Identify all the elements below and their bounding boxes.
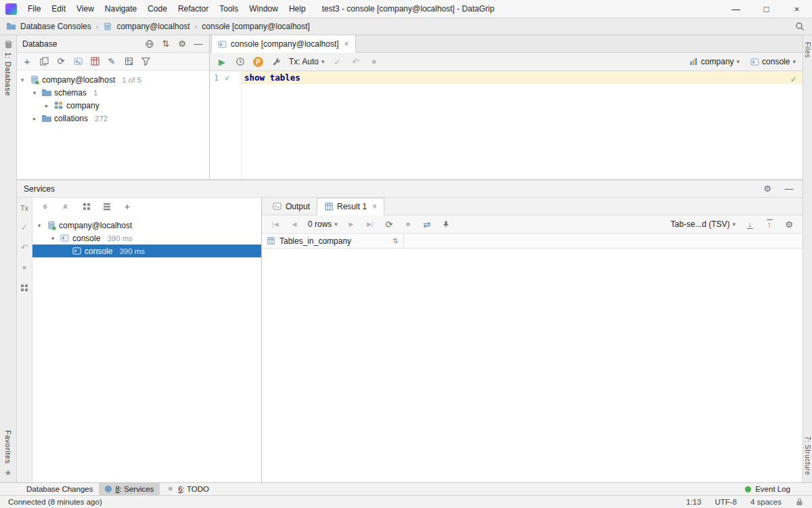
refresh-icon[interactable]: ⟳ xyxy=(55,56,66,67)
execution-history-icon[interactable] xyxy=(235,56,246,67)
breadcrumb-item-datasource[interactable]: company@localhost xyxy=(116,22,189,31)
column-header-tables-in-company[interactable]: Tables_in_company ⇅ xyxy=(262,234,404,248)
tab-output[interactable]: Output xyxy=(266,198,317,215)
tab-services[interactable]: 8: Services xyxy=(99,483,160,495)
console-selector[interactable]: console ▾ xyxy=(750,57,796,66)
layout-icon[interactable] xyxy=(19,282,30,293)
services-row-query-selected[interactable]: console 390 ms xyxy=(32,245,261,257)
editor-tab-console[interactable]: console [company@localhost] × xyxy=(211,35,356,53)
compare-icon[interactable]: ⇄ xyxy=(422,219,432,230)
sort-icon[interactable]: ⇅ xyxy=(393,237,399,245)
scroll-sync-icon[interactable]: ⇅ xyxy=(160,39,171,49)
lock-icon[interactable] xyxy=(795,498,804,507)
tool-button-favorites[interactable]: Favorites xyxy=(4,430,12,464)
tab-database-changes[interactable]: Database Changes xyxy=(20,483,99,495)
database-tool-icon[interactable] xyxy=(4,40,13,49)
menu-file[interactable]: File xyxy=(22,0,46,18)
services-icon xyxy=(105,486,112,492)
tx-toggle[interactable]: Tx xyxy=(20,204,28,212)
export-format-dropdown[interactable]: Tab-se...d (TSV) ▾ xyxy=(671,219,736,229)
services-row-console[interactable]: ▾ console 390 ms xyxy=(32,232,261,245)
hide-panel-icon[interactable]: — xyxy=(193,39,204,49)
expand-all-icon[interactable]: » xyxy=(41,201,51,212)
parameters-icon[interactable]: P xyxy=(253,57,263,67)
modify-icon[interactable]: ✎ xyxy=(106,56,117,67)
download-icon[interactable]: ↓ xyxy=(744,219,755,230)
close-button[interactable]: × xyxy=(782,0,812,18)
globe-icon[interactable] xyxy=(144,39,155,49)
maximize-button[interactable]: □ xyxy=(751,0,782,18)
star-icon[interactable]: ★ xyxy=(5,468,12,478)
table-editor-icon[interactable] xyxy=(89,56,100,67)
reload-query-icon[interactable]: ⟳ xyxy=(384,219,394,230)
event-log-button[interactable]: Event Log xyxy=(745,485,805,493)
menu-edit[interactable]: Edit xyxy=(46,0,71,18)
tool-button-database[interactable]: 1: Database xyxy=(4,52,12,96)
add-datasource-icon[interactable]: + xyxy=(22,56,32,67)
result-grid-body[interactable] xyxy=(262,249,803,482)
hide-panel-icon[interactable]: — xyxy=(784,184,794,194)
tab-close-icon[interactable]: × xyxy=(372,202,377,211)
console-icon xyxy=(750,58,759,66)
file-encoding[interactable]: UTF-8 xyxy=(715,498,737,506)
upload-icon[interactable]: ↑ xyxy=(764,219,775,230)
db-row-collations[interactable]: ▸ collations 272 xyxy=(17,112,209,125)
minimize-button[interactable]: — xyxy=(721,0,751,18)
db-row-datasource[interactable]: ▾ company@localhost 1 of 5 xyxy=(17,73,209,86)
export-icon[interactable] xyxy=(123,56,134,67)
results-tab-strip: Output Result 1 × xyxy=(262,198,803,215)
results-toolbar: |◀ ◀ 0 rows ▾ ▶ ▶| ⟳ ■ ⇄ xyxy=(262,215,803,234)
duplicate-icon[interactable] xyxy=(39,56,49,67)
tool-button-structure[interactable]: 7: Structure xyxy=(804,436,811,475)
db-row-schemas[interactable]: ▾ schemas 1 xyxy=(17,86,209,99)
status-message[interactable]: Connected (8 minutes ago) xyxy=(8,498,102,506)
schema-selector[interactable]: company ▾ xyxy=(690,57,740,66)
breadcrumb-item-database-consoles[interactable]: Database Consoles xyxy=(20,22,91,31)
menu-help[interactable]: Help xyxy=(284,0,311,18)
tab-close-icon[interactable]: × xyxy=(344,39,349,49)
folder-icon xyxy=(41,113,51,123)
gear-icon[interactable]: ⚙ xyxy=(784,219,794,230)
tab-result-1[interactable]: Result 1 × xyxy=(317,198,384,215)
chevron-down-icon[interactable]: ▾ xyxy=(30,89,39,96)
console-selector-label: console xyxy=(762,57,790,66)
chevron-down-icon[interactable]: ▾ xyxy=(35,222,43,229)
menu-code[interactable]: Code xyxy=(142,0,173,18)
view-options-icon[interactable] xyxy=(102,201,112,212)
jump-to-console-icon[interactable] xyxy=(72,56,83,67)
filter-icon[interactable] xyxy=(140,56,151,67)
menu-window[interactable]: Window xyxy=(244,0,284,18)
chevron-down-icon[interactable]: ▾ xyxy=(18,77,26,83)
db-row-company[interactable]: ▸ company xyxy=(17,99,209,112)
gear-icon[interactable]: ⚙ xyxy=(177,39,187,49)
menu-navigate[interactable]: Navigate xyxy=(99,0,142,18)
services-row-datasource[interactable]: ▾ company@localhost xyxy=(32,219,261,232)
indent-setting[interactable]: 4 spaces xyxy=(750,498,782,506)
menu-view[interactable]: View xyxy=(71,0,99,18)
add-service-icon[interactable]: + xyxy=(122,201,133,212)
code-editor[interactable]: show tables xyxy=(242,71,803,179)
gear-icon[interactable]: ⚙ xyxy=(762,184,773,194)
menu-refactor[interactable]: Refactor xyxy=(173,0,214,18)
chevron-down-icon[interactable]: ▾ xyxy=(49,235,57,242)
tool-button-files[interactable]: Files xyxy=(804,42,811,58)
group-by-icon[interactable] xyxy=(81,201,92,212)
chevron-right-icon[interactable]: ▸ xyxy=(43,102,51,109)
tx-mode-dropdown[interactable]: Tx: Auto ▾ xyxy=(289,57,325,66)
tree-label: company@localhost xyxy=(42,75,115,85)
pin-icon[interactable] xyxy=(441,219,451,230)
search-icon[interactable] xyxy=(794,21,805,32)
chevron-right-icon[interactable]: ▸ xyxy=(30,115,39,122)
menu-tools[interactable]: Tools xyxy=(214,0,244,18)
breadcrumb-item-console[interactable]: console [company@localhost] xyxy=(202,22,310,31)
event-log-label: Event Log xyxy=(755,485,790,493)
page-size-dropdown[interactable]: 0 rows ▾ xyxy=(308,219,338,229)
execute-button[interactable]: ▶ xyxy=(217,56,227,67)
tab-todo[interactable]: ≡ 6: TODO xyxy=(160,483,215,495)
caret-position[interactable]: 1:13 xyxy=(686,498,701,506)
wrench-icon[interactable] xyxy=(271,56,281,67)
database-toolbar: + ⟳ ✎ xyxy=(17,53,209,70)
breadcrumb-separator: › xyxy=(195,22,198,30)
editor-gutter: 1 ✓ xyxy=(210,71,242,179)
collapse-all-icon[interactable]: « xyxy=(61,201,72,212)
